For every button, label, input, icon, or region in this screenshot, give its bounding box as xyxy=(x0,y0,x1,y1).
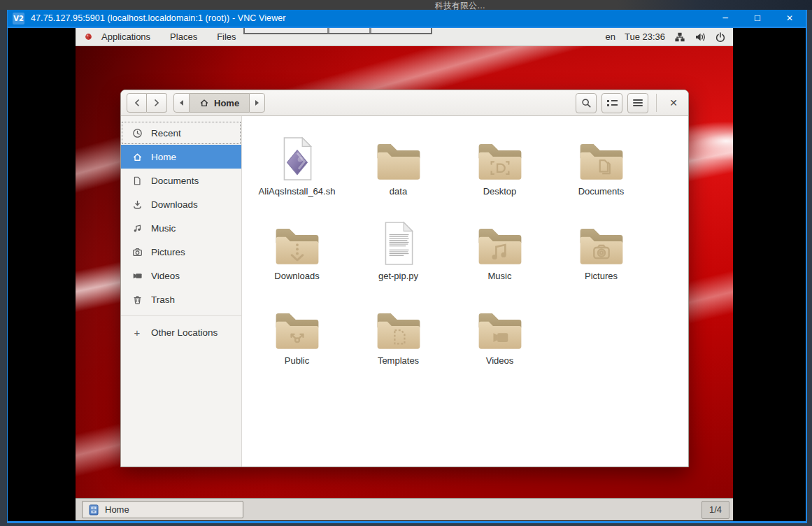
file-name: Music xyxy=(488,271,512,281)
sidebar-item-home[interactable]: Home xyxy=(121,145,241,169)
power-icon[interactable] xyxy=(715,31,726,43)
sidebar-item-label: Music xyxy=(151,223,176,234)
trash-icon xyxy=(131,294,143,305)
text-file-icon xyxy=(380,216,418,266)
vnc-logo-icon: V2 xyxy=(13,13,24,24)
file-name: get-pip.py xyxy=(378,271,418,281)
topbar-menus: Applications Places Files xyxy=(76,28,246,46)
menu-files[interactable]: Files xyxy=(207,28,245,46)
menu-applications[interactable]: Applications xyxy=(92,28,160,46)
toolbar-actions: ✕ xyxy=(576,93,683,113)
close-button[interactable]: ✕ xyxy=(774,10,806,27)
file-manager-app-icon xyxy=(88,504,99,516)
vnc-window-title: 47.75.127.95:5901 (localhost.localdomain… xyxy=(31,13,286,23)
home-icon xyxy=(131,151,143,162)
sidebar-item-other-locations[interactable]: + Other Locations xyxy=(121,320,241,344)
volume-icon[interactable] xyxy=(695,31,706,43)
shell-script-icon xyxy=(278,132,316,182)
background-window-titlebar: 科技有限公… xyxy=(0,0,812,10)
file-item-text-file[interactable]: get-pip.py xyxy=(348,216,449,301)
file-item-folder[interactable]: data xyxy=(348,132,449,216)
location-label: Home xyxy=(214,98,239,108)
taskbar-button-label: Home xyxy=(105,504,129,515)
search-icon xyxy=(581,98,592,108)
file-name: Videos xyxy=(486,355,514,366)
sidebar-item-pictures[interactable]: Pictures xyxy=(121,240,241,264)
document-icon xyxy=(131,175,143,186)
places-sidebar: Recent Home xyxy=(121,116,242,467)
file-view: AliAqsInstall_64.sh data xyxy=(242,116,688,467)
sidebar-item-trash[interactable]: Trash xyxy=(121,287,241,311)
location-button-home[interactable]: Home xyxy=(190,93,249,113)
sidebar-item-documents[interactable]: Documents xyxy=(121,169,241,192)
minimize-button[interactable]: ─ xyxy=(709,10,741,27)
input-language-indicator[interactable]: en xyxy=(605,31,615,42)
file-item-folder-public[interactable]: Public xyxy=(246,301,348,385)
file-item-folder-pictures[interactable]: Pictures xyxy=(550,216,652,301)
background-window-title: 科技有限公… xyxy=(435,0,485,10)
sidebar-item-music[interactable]: Music xyxy=(121,216,241,240)
menu-button[interactable] xyxy=(627,93,648,113)
sidebar-item-downloads[interactable]: Downloads xyxy=(121,192,241,216)
path-scroll-right-button[interactable] xyxy=(249,93,265,113)
file-item-folder-downloads[interactable]: Downloads xyxy=(246,216,348,301)
file-name: Desktop xyxy=(483,186,517,197)
sidebar-item-label: Home xyxy=(151,152,176,162)
path-scroll-left-button[interactable] xyxy=(173,93,190,113)
taskbar-window-button-home[interactable]: Home xyxy=(82,501,243,518)
folder-videos-icon xyxy=(475,301,525,351)
file-item-folder-videos[interactable]: Videos xyxy=(449,301,550,385)
workspace-switcher[interactable]: 1/4 xyxy=(701,501,729,519)
file-item-folder-music[interactable]: Music xyxy=(449,216,550,301)
menu-places[interactable]: Places xyxy=(160,28,207,46)
search-button[interactable] xyxy=(576,93,597,113)
file-item-folder-templates[interactable]: Templates xyxy=(348,301,449,385)
file-name: Pictures xyxy=(585,271,618,281)
forward-button[interactable] xyxy=(147,93,167,113)
file-manager-body: Recent Home xyxy=(121,116,688,467)
toolbar-separator xyxy=(656,94,657,112)
back-button[interactable] xyxy=(127,93,147,113)
recent-icon xyxy=(131,127,143,138)
files-grid: AliAqsInstall_64.sh data xyxy=(242,116,688,385)
sidebar-item-label: Trash xyxy=(151,294,175,305)
folder-music-icon xyxy=(475,216,525,266)
clock[interactable]: Tue 23:36 xyxy=(625,31,665,42)
sidebar-item-label: Downloads xyxy=(151,199,198,210)
video-icon xyxy=(131,270,143,281)
file-manager-toolbar: Home xyxy=(121,90,688,116)
chevron-right-icon xyxy=(153,99,160,107)
folder-icon xyxy=(373,132,424,182)
chevron-left-icon xyxy=(134,99,141,107)
folder-documents-icon xyxy=(576,132,627,182)
sidebar-item-label: Other Locations xyxy=(151,327,218,338)
sidebar-item-videos[interactable]: Videos xyxy=(121,264,241,287)
window-close-button[interactable]: ✕ xyxy=(664,94,683,112)
music-icon xyxy=(131,222,143,234)
file-item-folder-documents[interactable]: Documents xyxy=(550,132,652,216)
vnc-client-area: Applications Places Files en Tue 23:36 xyxy=(8,27,806,521)
hamburger-icon xyxy=(633,99,643,106)
vnc-window-controls: ─ ☐ ✕ xyxy=(709,10,806,27)
network-icon[interactable] xyxy=(674,31,685,43)
sidebar-item-label: Documents xyxy=(151,176,199,186)
folder-pictures-icon xyxy=(576,216,627,266)
sidebar-item-label: Videos xyxy=(151,271,180,281)
sidebar-item-label: Pictures xyxy=(151,247,185,257)
view-toggle-button[interactable] xyxy=(601,93,622,113)
path-bar: Home xyxy=(173,93,265,113)
file-name: data xyxy=(390,186,407,197)
vnc-collapsed-toolbar[interactable] xyxy=(243,28,432,34)
maximize-button[interactable]: ☐ xyxy=(741,10,774,27)
file-item-folder-desktop[interactable]: Desktop xyxy=(449,132,550,216)
sidebar-item-recent[interactable]: Recent xyxy=(121,121,241,145)
camera-icon xyxy=(131,246,143,257)
file-item-shell-script[interactable]: AliAqsInstall_64.sh xyxy=(246,132,348,216)
home-icon xyxy=(199,98,209,108)
folder-public-icon xyxy=(272,301,322,351)
file-name: Templates xyxy=(378,355,419,366)
file-name: AliAqsInstall_64.sh xyxy=(259,186,336,197)
remote-screen: Applications Places Files en Tue 23:36 xyxy=(76,28,733,521)
sidebar-item-label: Recent xyxy=(151,128,181,138)
desktop-wallpaper: Home xyxy=(76,46,733,498)
